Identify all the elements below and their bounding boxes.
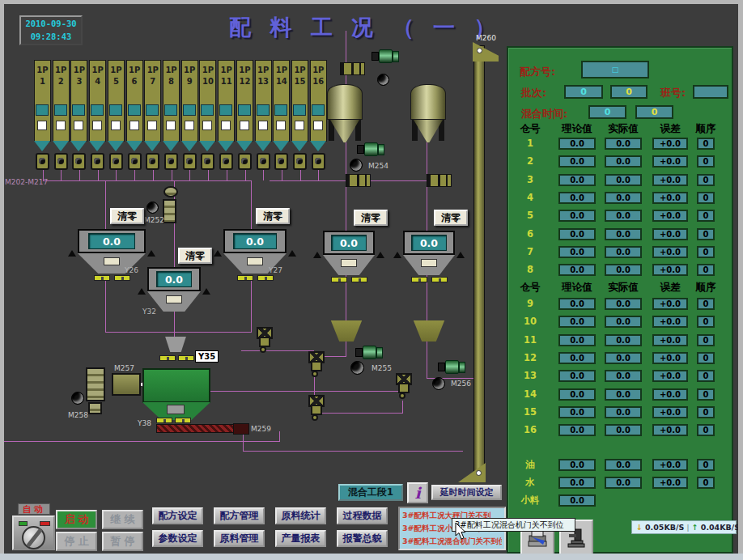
feeder-valve-icon bbox=[146, 153, 159, 170]
menu-button[interactable]: 配方管理 bbox=[214, 507, 265, 524]
bin-label: 1P6 bbox=[127, 65, 142, 87]
mixing-section-button[interactable]: 混合工段1 bbox=[338, 484, 403, 501]
gate-indicator bbox=[156, 418, 191, 423]
resume-button[interactable]: 继续 bbox=[102, 510, 143, 529]
menu-button[interactable]: 原料管理 bbox=[214, 530, 265, 547]
upload-speed: 0.04KB/S bbox=[701, 523, 740, 532]
order-value: 0 bbox=[697, 174, 715, 186]
column-header: 仓号 bbox=[515, 122, 546, 136]
valve-label-y35: Y35 bbox=[195, 350, 219, 363]
silo-1 bbox=[327, 84, 363, 120]
clear-button[interactable]: 清零 bbox=[178, 248, 212, 264]
actual-value: 0.0 bbox=[605, 388, 642, 401]
menu-button[interactable]: 产量报表 bbox=[275, 530, 326, 547]
bin-status-box bbox=[258, 121, 268, 130]
error-value: +0.0 bbox=[652, 210, 688, 222]
material-bin-row: 1P1 1P2 1P3 1P4 1P5 1P6 bbox=[34, 60, 327, 142]
storage-bin: 1P15 bbox=[291, 60, 308, 142]
clear-button[interactable]: 清零 bbox=[256, 208, 290, 224]
theoretical-value: 0.0 bbox=[558, 264, 596, 276]
info-button[interactable]: i bbox=[407, 482, 428, 503]
error-value: +0.0 bbox=[652, 264, 688, 276]
clock-time: 09:28:43 bbox=[21, 30, 81, 43]
rotary-feeder-icon bbox=[163, 199, 176, 223]
bin-status-box bbox=[221, 121, 231, 130]
bin-outlet-cone bbox=[163, 141, 179, 151]
motor-icon bbox=[357, 142, 384, 156]
error-value: +0.0 bbox=[652, 298, 688, 310]
pipe bbox=[61, 170, 62, 180]
bin-status-box bbox=[295, 121, 304, 130]
fan-icon bbox=[163, 186, 178, 197]
pipe bbox=[172, 170, 172, 180]
clear-button[interactable]: 清零 bbox=[434, 210, 468, 226]
storage-bin: 1P14 bbox=[273, 60, 290, 142]
pipe bbox=[245, 170, 246, 180]
bin-outlet-cone bbox=[199, 141, 215, 151]
bin-status-box bbox=[37, 121, 47, 130]
theoretical-value: 0.0 bbox=[558, 334, 596, 346]
bin-outlet-cone bbox=[310, 141, 326, 151]
theoretical-value: 0.0 bbox=[558, 370, 596, 382]
material-row: 140.00.0+0.00 bbox=[508, 388, 732, 401]
valve-icon bbox=[308, 351, 322, 379]
menu-button[interactable]: 参数设定 bbox=[152, 530, 203, 547]
bin-level-indicator bbox=[128, 104, 141, 116]
material-row: 30.00.0+0.00 bbox=[508, 174, 732, 187]
storage-bin: 1P5 bbox=[108, 60, 125, 142]
column-header: 实际值 bbox=[602, 122, 644, 136]
menu-button[interactable]: 过程数据 bbox=[337, 507, 388, 524]
column-header: 理论值 bbox=[555, 122, 599, 136]
menu-button[interactable]: 配方设定 bbox=[152, 507, 203, 524]
error-value: +0.0 bbox=[652, 352, 688, 364]
divider: | bbox=[686, 523, 689, 532]
feeder-valve-icon bbox=[128, 153, 142, 170]
bin-number: 水 bbox=[515, 477, 546, 489]
status-indicator-icon bbox=[350, 361, 364, 375]
stop-button[interactable]: 停止 bbox=[56, 532, 97, 551]
column-header: 理论值 bbox=[555, 281, 599, 295]
bin-outlet-cone bbox=[144, 141, 160, 151]
error-value: +0.0 bbox=[652, 406, 688, 418]
order-value: 0 bbox=[697, 352, 715, 364]
pipe bbox=[4, 441, 279, 442]
rotary-knob-icon[interactable] bbox=[22, 526, 45, 549]
bin-label: 1P7 bbox=[145, 65, 160, 87]
storage-bin: 1P4 bbox=[89, 60, 106, 142]
bin-status-box bbox=[313, 121, 323, 130]
clear-button[interactable]: 清零 bbox=[354, 210, 388, 226]
window-frame-bottom bbox=[0, 554, 743, 560]
start-button[interactable]: 启动 bbox=[56, 510, 97, 529]
table-header-row: 仓号理论值实际值误差顺序 bbox=[508, 122, 732, 134]
bin-number: 2 bbox=[515, 155, 546, 167]
bin-number: 5 bbox=[515, 210, 546, 221]
actual-value: 0.0 bbox=[605, 459, 642, 471]
weight-display: 0.0 bbox=[156, 271, 193, 287]
bin-label: 1P4 bbox=[90, 65, 105, 87]
theoretical-value: 0.0 bbox=[558, 155, 596, 168]
bin-level-indicator bbox=[238, 104, 251, 116]
bin-number: 13 bbox=[515, 370, 546, 381]
pause-button[interactable]: 暂停 bbox=[102, 532, 143, 551]
theoretical-value: 0.0 bbox=[558, 210, 596, 222]
delay-time-setting-button[interactable]: 延时时间设定 bbox=[431, 485, 502, 500]
bin-status-box bbox=[166, 121, 176, 130]
motor-icon bbox=[438, 360, 465, 374]
pipe bbox=[314, 413, 403, 414]
window-frame-top bbox=[0, 0, 743, 4]
pump-base-icon bbox=[88, 402, 102, 414]
menu-button[interactable]: 原料统计 bbox=[275, 507, 326, 524]
clear-button[interactable]: 清零 bbox=[110, 208, 144, 224]
mode-selector-switch[interactable] bbox=[12, 515, 55, 550]
material-row: 130.00.0+0.00 bbox=[508, 370, 732, 383]
feeder-valve-icon bbox=[91, 153, 104, 170]
bin-number: 6 bbox=[515, 228, 546, 240]
order-value: 0 bbox=[697, 370, 715, 382]
bin-label: 1P12 bbox=[237, 65, 253, 87]
bin-outlet-cone bbox=[218, 141, 234, 151]
storage-bin: 1P7 bbox=[144, 60, 161, 142]
bin-label: 1P11 bbox=[219, 65, 234, 87]
bin-number: 12 bbox=[515, 352, 546, 363]
menu-button[interactable]: 报警总貌 bbox=[337, 530, 388, 547]
error-value: +0.0 bbox=[652, 388, 688, 401]
